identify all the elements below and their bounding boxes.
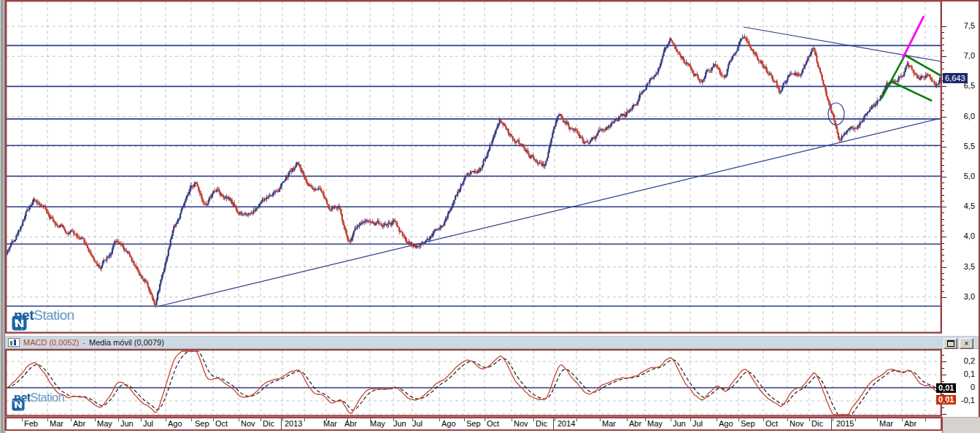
price-axis-tick (942, 249, 944, 250)
macd-panel-header[interactable]: MACD (0,0052) - Media móvil (0,0079) × (5, 336, 980, 349)
price-axis-tick (942, 104, 944, 105)
time-axis-label: Dic (811, 419, 823, 428)
price-axis-label: 5,0 (964, 172, 975, 180)
price-axis-tick (942, 207, 946, 207)
maximize-icon (947, 340, 954, 347)
signal-value-box: 0,01 (936, 395, 956, 405)
close-button[interactable]: × (960, 338, 973, 349)
price-axis-label: 7,0 (964, 51, 975, 60)
time-axis-label: Oct (215, 419, 228, 428)
time-axis-tick (166, 418, 166, 421)
macd-axis-tick (942, 368, 944, 369)
time-axis-tick (645, 418, 646, 421)
time-axis-label: Sep (741, 419, 755, 428)
time-axis-tick (833, 418, 833, 421)
price-axis-tick (942, 134, 944, 135)
price-axis-tick (942, 177, 946, 177)
time-axis-label: Feb (24, 419, 38, 428)
price-y-axis: 6,643 7,57,06,56,05,55,04,54,03,53,0 (942, 0, 980, 334)
price-axis-tick (942, 273, 944, 274)
time-axis-tick (555, 418, 555, 421)
price-axis-tick (942, 56, 946, 57)
time-axis-label: Nov (514, 419, 528, 428)
time-axis-label: Jul (692, 419, 703, 428)
time-axis-label: Jun (673, 419, 686, 428)
price-axis-tick (942, 99, 944, 99)
macd-axis-tick (942, 394, 944, 395)
year-separator (281, 418, 282, 429)
time-axis-label: Ago (719, 419, 733, 428)
price-axis-tick (942, 279, 944, 280)
time-axis-tick (512, 418, 512, 421)
time-axis-tick (95, 418, 96, 421)
price-axis-tick (942, 165, 944, 166)
time-axis-tick (118, 418, 119, 421)
time-axis-tick (600, 418, 601, 421)
price-axis-tick (942, 141, 944, 142)
time-axis-label: Ago (441, 419, 456, 428)
price-axis-tick (942, 212, 944, 213)
price-axis-tick (942, 153, 944, 153)
macd-y-axis: 0,01 0,01 0,20,10-0,1 (942, 349, 980, 417)
time-axis-tick (671, 418, 671, 421)
price-axis-label: 4,5 (964, 202, 975, 210)
year-separator (831, 418, 832, 429)
time-axis-tick (47, 418, 48, 421)
time-axis-tick (627, 418, 628, 421)
time-axis-label: 2015 (836, 419, 854, 428)
time-axis-label: May (647, 419, 663, 428)
price-axis-tick (942, 129, 944, 129)
macd-axis-tick (942, 375, 946, 375)
price-axis-tick (942, 110, 944, 111)
title-separator: - (82, 338, 85, 347)
price-axis-tick (942, 183, 944, 183)
price-axis-tick (942, 201, 944, 202)
price-axis-label: 6,0 (964, 112, 975, 120)
price-axis-label: 4,0 (964, 231, 975, 240)
price-axis-tick (942, 267, 946, 268)
time-axis[interactable]: FebMarAbrMayJunJulAgoSepOctNovDic2013Mar… (5, 417, 942, 431)
time-axis-label: Mar (323, 419, 337, 428)
price-chart-plot[interactable] (0, 0, 942, 334)
price-axis-tick (942, 243, 944, 244)
price-axis-tick (942, 32, 944, 33)
time-axis-tick (902, 418, 903, 421)
signal-title: Media móvil (0,0079) (89, 338, 164, 347)
time-axis-tick (787, 418, 788, 421)
time-axis-label: Sep (195, 419, 209, 428)
time-axis-tick (71, 418, 72, 421)
price-axis-tick (942, 188, 944, 189)
price-axis-label: 3,0 (964, 292, 975, 301)
time-axis-label: Oct (765, 419, 778, 428)
time-axis-label: Mar (879, 419, 893, 428)
macd-plot[interactable] (0, 349, 942, 417)
macd-axis-label: -0,1 (961, 396, 975, 405)
macd-title: MACD (0,0052) (23, 338, 79, 347)
price-axis-tick (942, 261, 944, 261)
macd-axis-tick (942, 361, 946, 362)
time-axis-label: Abr (629, 419, 641, 428)
time-axis-tick (809, 418, 810, 421)
time-axis-tick (439, 418, 440, 421)
macd-axis-tick (942, 388, 946, 388)
indicator-icon (8, 338, 20, 347)
time-axis-label: Jun (120, 419, 134, 428)
time-axis-tick (282, 418, 283, 421)
time-axis-tick (533, 418, 534, 421)
time-axis-label: Dic (536, 419, 547, 428)
maximize-button[interactable] (944, 338, 957, 349)
macd-axis-tick (942, 407, 944, 408)
price-axis-tick (942, 93, 944, 93)
price-axis-tick (942, 45, 944, 45)
macd-axis-tick (942, 381, 944, 382)
time-axis-tick (213, 418, 214, 421)
time-axis-tick (877, 418, 878, 421)
time-axis-tick (22, 418, 23, 421)
price-axis-tick (942, 231, 944, 231)
time-axis-tick (261, 418, 261, 421)
close-icon: × (965, 340, 969, 348)
price-axis-tick (942, 26, 946, 27)
time-axis-tick (191, 418, 192, 421)
time-axis-label: Jul (143, 419, 153, 428)
price-axis-tick (942, 291, 944, 292)
